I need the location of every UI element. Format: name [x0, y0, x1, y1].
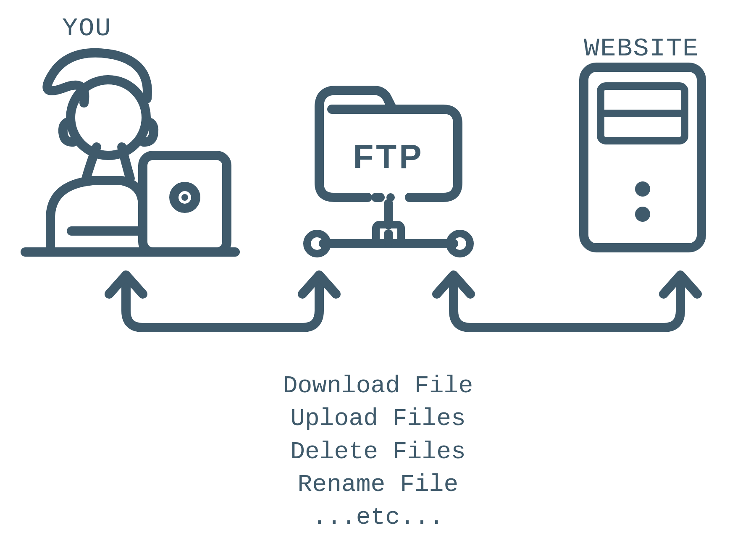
operations-list: Download File Upload Files Delete Files …: [0, 370, 756, 534]
operation-item: Upload Files: [0, 402, 756, 435]
operation-item: Delete Files: [0, 436, 756, 468]
operation-item: ...etc...: [0, 501, 756, 534]
diagram-canvas: { "labels": { "you": "YOU", "website": "…: [0, 0, 756, 546]
operation-item: Rename File: [0, 468, 756, 501]
operation-item: Download File: [0, 370, 756, 402]
